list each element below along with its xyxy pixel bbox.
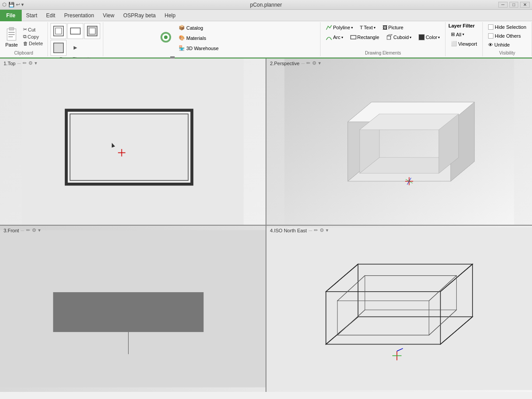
- hide-others-check: [488, 33, 493, 39]
- warehouse-icon: 🏪: [179, 45, 185, 51]
- settings-icon-4: ⚙: [320, 227, 324, 233]
- text-button[interactable]: T Text ▾: [357, 23, 378, 32]
- catalog-button[interactable]: 📦 Catalog: [176, 23, 222, 32]
- text-icon: T: [360, 25, 363, 30]
- delete-icon: 🗑: [23, 41, 28, 46]
- room-btn-4[interactable]: [51, 40, 66, 56]
- dropdown-icon-4: ▾: [326, 227, 329, 233]
- warehouse-button[interactable]: 🏪 3D Warehouse: [176, 43, 222, 53]
- polyline-dropdown[interactable]: ▾: [351, 26, 353, 30]
- unhide-icon: 👁: [488, 42, 493, 47]
- hide-selection-button[interactable]: Hide Selection: [485, 23, 529, 31]
- cuboid-button[interactable]: Cuboid ▾: [383, 33, 414, 42]
- viewport-top-label: 1.Top ─ ✏ ⚙ ▾: [4, 60, 37, 66]
- hide-others-button[interactable]: Hide Others: [485, 32, 524, 40]
- room-btn-1[interactable]: [51, 23, 66, 39]
- ribbon: Paste ✂ Cut ⧉ Copy 🗑 Delete: [0, 21, 532, 59]
- edit-menu[interactable]: Edit: [42, 10, 60, 21]
- dropdown-icon: ▾: [35, 60, 37, 66]
- copy-icon: ⧉: [23, 34, 27, 39]
- svg-rect-43: [266, 227, 532, 390]
- viewport-button[interactable]: ⬜ Viewport: [448, 39, 480, 48]
- paste-label: Paste: [5, 42, 18, 47]
- room-btn-3[interactable]: [84, 23, 100, 39]
- arc-button[interactable]: Arc ▾: [323, 33, 346, 42]
- viewport-top[interactable]: 1.Top ─ ✏ ⚙ ▾: [0, 59, 266, 225]
- start-menu[interactable]: Start: [22, 10, 42, 21]
- cuboid-dropdown[interactable]: ▾: [410, 35, 411, 39]
- catalog-big-btn[interactable]: [159, 30, 173, 46]
- quick-access: 💾 ↩ ▾: [8, 2, 24, 8]
- svg-rect-1: [9, 27, 14, 30]
- viewport-front-svg: [0, 226, 266, 392]
- viewport-perspective-title: 2.Perspective: [270, 61, 300, 66]
- dropdown-icon-3: ▾: [38, 227, 41, 233]
- visibility-group: Hide Selection Hide Others 👁 Unhide Visi…: [483, 22, 532, 56]
- all-layers-button[interactable]: ⊞ All ▾: [448, 30, 466, 39]
- menu-bar: File Start Edit Presentation View OSPRay…: [0, 10, 532, 21]
- svg-rect-19: [387, 36, 391, 39]
- view-menu[interactable]: View: [98, 10, 119, 21]
- viewport-iso-title: 4.ISO North East: [270, 228, 307, 233]
- color-button[interactable]: Color ▾: [416, 33, 442, 42]
- color-swatch: [419, 34, 425, 40]
- viewport-top-svg: [0, 59, 266, 225]
- maximize-button[interactable]: □: [509, 2, 518, 8]
- help-menu[interactable]: Help: [160, 10, 180, 21]
- clipboard-label: Clipboard: [14, 51, 33, 55]
- svg-rect-10: [54, 43, 63, 53]
- svg-rect-6: [55, 28, 62, 34]
- arc-dropdown[interactable]: ▾: [341, 35, 343, 39]
- viewport-iso[interactable]: 4.ISO North East ─ ✏ ⚙ ▾: [266, 226, 532, 392]
- svg-rect-4: [8, 36, 13, 37]
- clipboard-content: Paste ✂ Cut ⧉ Copy 🗑 Delete: [3, 23, 45, 50]
- viewport-perspective[interactable]: 2.Perspective ─ ✏ ⚙ ▾: [266, 59, 532, 225]
- pencil-icon-4: ✏: [314, 227, 318, 233]
- viewport-front[interactable]: 3.Front ─ ✏ ⚙ ▾: [0, 226, 266, 392]
- copy-button[interactable]: ⧉ Copy: [21, 33, 45, 40]
- settings-icon: ⚙: [28, 60, 33, 66]
- polyline-button[interactable]: Polyline ▾: [323, 23, 356, 32]
- drawing-elements-label: Drawing Elements: [365, 51, 401, 55]
- layer-grid-icon: ⊞: [451, 31, 455, 37]
- svg-rect-24: [70, 114, 188, 180]
- file-menu[interactable]: File: [0, 10, 22, 21]
- room-elements-expand[interactable]: [67, 40, 83, 56]
- catalogs-group: 📦 Catalog 🎨 Materials 🏪 3D Warehouse: [103, 22, 321, 56]
- rectangle-button[interactable]: Rectangle: [348, 33, 382, 42]
- ospray-menu[interactable]: OSPRay beta: [119, 10, 160, 21]
- pencil-icon: ✏: [23, 60, 27, 66]
- svg-rect-18: [351, 35, 356, 39]
- title-bar-text: pCon.planner: [250, 2, 282, 8]
- text-dropdown[interactable]: ▾: [374, 26, 376, 30]
- pencil-icon-2: ✏: [306, 60, 310, 66]
- materials-button[interactable]: 🎨 Materials: [176, 33, 222, 43]
- room-elements-group: Room Elements: [48, 22, 103, 56]
- svg-rect-2: [8, 32, 15, 33]
- drawing-top-row: Polyline ▾ T Text ▾ 🖼 Picture: [323, 23, 406, 32]
- viewport-front-label: 3.Front ─ ✏ ⚙ ▾: [4, 227, 41, 233]
- dropdown-icon-2: ▾: [318, 60, 321, 66]
- picture-button[interactable]: 🖼 Picture: [380, 23, 406, 32]
- minimize-button[interactable]: ─: [498, 2, 508, 8]
- vp-front-dash: ─: [21, 228, 24, 233]
- paste-button[interactable]: Paste: [3, 24, 20, 49]
- cut-button[interactable]: ✂ Cut: [21, 26, 45, 33]
- settings-icon-2: ⚙: [312, 60, 317, 66]
- viewport-iso-label: 4.ISO North East ─ ✏ ⚙ ▾: [270, 227, 329, 233]
- drawing-bottom-row: Arc ▾ Rectangle Cuboid ▾: [323, 33, 442, 42]
- room-btn-2[interactable]: [67, 23, 83, 39]
- visibility-content: Hide Selection Hide Others 👁 Unhide: [485, 23, 529, 50]
- vp-iso-dash: ─: [309, 228, 312, 233]
- unhide-button[interactable]: 👁 Unhide: [485, 41, 512, 49]
- svg-marker-20: [387, 35, 392, 36]
- close-button[interactable]: ✕: [520, 2, 530, 8]
- layer-filter-content: Layer Filter ⊞ All ▾ ⬜ Viewport: [448, 23, 480, 55]
- color-dropdown[interactable]: ▾: [438, 35, 440, 39]
- visibility-label: Visibility: [499, 51, 515, 55]
- delete-button[interactable]: 🗑 Delete: [21, 40, 45, 47]
- title-bar: ⬡ 💾 ↩ ▾ pCon.planner ─ □ ✕: [0, 0, 532, 10]
- presentation-menu[interactable]: Presentation: [60, 10, 98, 21]
- viewport-top-divider: ─: [17, 61, 21, 66]
- viewport-perspective-label: 2.Perspective ─ ✏ ⚙ ▾: [270, 60, 321, 66]
